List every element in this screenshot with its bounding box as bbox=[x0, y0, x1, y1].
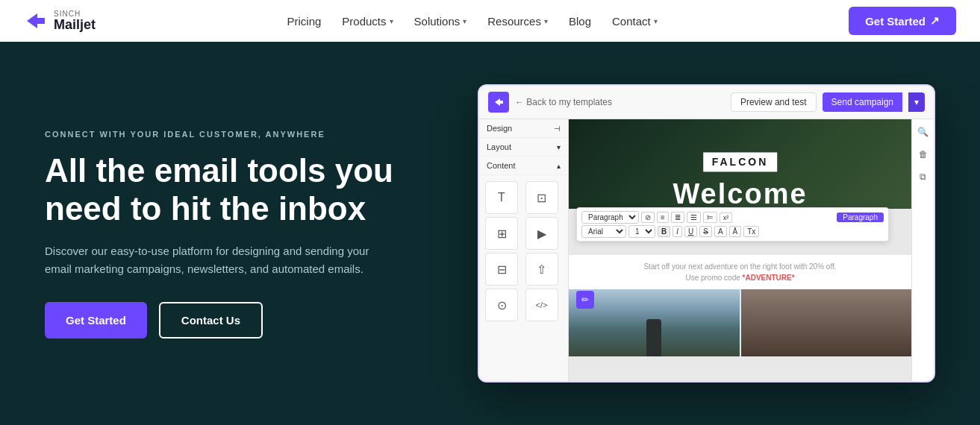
html-tool[interactable]: </> bbox=[525, 289, 558, 321]
welcome-heading-text: Welcome bbox=[672, 178, 807, 209]
canvas-right-toolbar: 🔍 🗑 ⧉ bbox=[911, 119, 934, 381]
solutions-chevron-icon: ▾ bbox=[463, 17, 466, 25]
email-promo-text: Start off your next adventure on the rig… bbox=[576, 261, 904, 283]
clear-format-button[interactable]: Tx bbox=[743, 226, 759, 237]
formatting-toolbar: Paragraph ⊘ ≡ ≣ ☰ ⊨ x² Paragraph Arial bbox=[576, 207, 889, 242]
mailjet-label: Mailjet bbox=[54, 18, 96, 31]
zoom-in-tool[interactable]: 🔍 bbox=[915, 124, 931, 140]
editor-body: Design ⊣ Layout ▾ Content ▴ T ⊡ ⊞ ▶ ⊟ bbox=[479, 119, 934, 381]
hero-heading: All the email tools you need to hit the … bbox=[45, 152, 433, 227]
bold-button[interactable]: B bbox=[658, 226, 670, 237]
toolbar-row-bottom: Arial 14 B I U S A Ā Tx bbox=[581, 225, 884, 238]
back-to-templates-link[interactable]: ← Back to my templates bbox=[515, 97, 612, 107]
button-tool[interactable]: ⊙ bbox=[485, 289, 518, 321]
video-tool[interactable]: ▶ bbox=[525, 217, 558, 250]
falcon-logo-box: FALCON bbox=[703, 152, 778, 171]
email-bottom-images bbox=[569, 289, 911, 356]
panel-design-section[interactable]: Design ⊣ bbox=[479, 119, 568, 138]
italic-button[interactable]: I bbox=[672, 226, 682, 237]
contact-chevron-icon: ▾ bbox=[654, 17, 658, 25]
products-chevron-icon: ▾ bbox=[390, 17, 393, 25]
ol-icon[interactable]: ≡ bbox=[657, 212, 669, 223]
design-expand-icon: ⊣ bbox=[554, 125, 561, 133]
link-icon[interactable]: ⊘ bbox=[641, 212, 655, 223]
toolbar-row-top: Paragraph ⊘ ≡ ≣ ☰ ⊨ x² Paragraph bbox=[581, 211, 884, 224]
align-left-icon[interactable]: ☰ bbox=[687, 212, 701, 223]
hero-section: CONNECT WITH YOUR IDEAL CUSTOMER, ANYWHE… bbox=[0, 42, 980, 425]
navbar: SINCH Mailjet Pricing Products ▾ Solutio… bbox=[0, 0, 980, 42]
layout-chevron-icon: ▾ bbox=[557, 143, 561, 151]
boots-image bbox=[741, 289, 912, 356]
click-tool[interactable]: ⊡ bbox=[525, 181, 558, 214]
social-tool[interactable]: ⇧ bbox=[525, 253, 558, 286]
navbar-get-started-button[interactable]: Get Started ↗ bbox=[849, 7, 956, 35]
panel-layout-section[interactable]: Layout ▾ bbox=[479, 138, 568, 157]
editor-topbar-right: Preview and test Send campaign ▾ bbox=[731, 92, 925, 112]
boots-image-block bbox=[741, 289, 912, 356]
paragraph-badge: Paragraph bbox=[837, 212, 884, 222]
nav-resources[interactable]: Resources ▾ bbox=[487, 15, 548, 28]
strikethrough-button[interactable]: S bbox=[699, 226, 712, 237]
divider-tool[interactable]: ⊟ bbox=[485, 253, 518, 286]
paragraph-style-select[interactable]: Paragraph bbox=[581, 211, 639, 224]
falcon-brand-text: FALCON bbox=[712, 156, 769, 168]
editor-canvas: FALCON Welcome Paragraph ⊘ ≡ ≣ ☰ ⊨ bbox=[569, 119, 911, 381]
hero-text-block: CONNECT WITH YOUR IDEAL CUSTOMER, ANYWHE… bbox=[45, 128, 433, 339]
hiker-image bbox=[569, 289, 740, 356]
delete-tool[interactable]: 🗑 bbox=[915, 146, 931, 163]
nav-products[interactable]: Products ▾ bbox=[342, 15, 393, 28]
text-tool[interactable]: T bbox=[485, 181, 518, 214]
svg-marker-2 bbox=[495, 98, 503, 106]
promo-code-text: *ADVENTURE* bbox=[743, 274, 795, 282]
editor-left-panel: Design ⊣ Layout ▾ Content ▴ T ⊡ ⊞ ▶ ⊟ bbox=[479, 119, 569, 381]
hero-contact-us-button[interactable]: Contact Us bbox=[159, 302, 263, 339]
email-text-block: Start off your next adventure on the rig… bbox=[569, 255, 911, 289]
panel-content-section[interactable]: Content ▴ bbox=[479, 157, 568, 175]
mailjet-logo-icon bbox=[24, 9, 48, 33]
underline-button[interactable]: U bbox=[684, 226, 697, 237]
send-campaign-dropdown-button[interactable]: ▾ bbox=[908, 92, 925, 112]
editor-mockup: ← Back to my templates Preview and test … bbox=[478, 84, 935, 382]
edit-content-button[interactable]: ✏ bbox=[576, 291, 594, 309]
hero-buttons-group: Get Started Contact Us bbox=[45, 302, 433, 339]
font-color-button[interactable]: A bbox=[714, 226, 727, 237]
highlight-button[interactable]: Ā bbox=[729, 226, 742, 237]
hero-subtext: Discover our easy-to-use platform for de… bbox=[45, 242, 388, 278]
font-size-select[interactable]: 14 bbox=[628, 225, 655, 238]
editor-logo-icon bbox=[488, 92, 509, 113]
copy-tool[interactable]: ⧉ bbox=[915, 169, 931, 185]
ul-icon[interactable]: ≣ bbox=[671, 212, 684, 223]
external-link-icon: ↗ bbox=[930, 14, 940, 28]
content-chevron-icon: ▴ bbox=[557, 162, 561, 170]
nav-solutions[interactable]: Solutions ▾ bbox=[414, 15, 467, 28]
brand-name-group: SINCH Mailjet bbox=[54, 10, 96, 31]
nav-contact[interactable]: Contact ▾ bbox=[612, 15, 658, 28]
nav-links-group: Pricing Products ▾ Solutions ▾ Resources… bbox=[287, 15, 657, 28]
indent-icon[interactable]: ⊨ bbox=[703, 212, 717, 223]
hero-get-started-button[interactable]: Get Started bbox=[45, 302, 147, 339]
resources-chevron-icon: ▾ bbox=[544, 17, 548, 25]
nav-blog[interactable]: Blog bbox=[569, 15, 591, 28]
image-tool[interactable]: ⊞ bbox=[485, 217, 518, 250]
send-campaign-button[interactable]: Send campaign bbox=[823, 92, 902, 112]
brand-logo[interactable]: SINCH Mailjet bbox=[24, 9, 96, 33]
panel-tools-grid: T ⊡ ⊞ ▶ ⊟ ⇧ ⊙ </> bbox=[479, 175, 568, 327]
font-family-select[interactable]: Arial bbox=[581, 225, 626, 238]
nav-pricing[interactable]: Pricing bbox=[287, 15, 321, 28]
superscript-icon[interactable]: x² bbox=[720, 212, 733, 223]
hiker-silhouette-shape bbox=[646, 319, 661, 356]
hero-eyebrow: CONNECT WITH YOUR IDEAL CUSTOMER, ANYWHE… bbox=[45, 128, 433, 141]
hiker-image-block bbox=[569, 289, 740, 356]
editor-topbar-left: ← Back to my templates bbox=[488, 92, 612, 113]
preview-test-button[interactable]: Preview and test bbox=[731, 92, 817, 112]
email-header-image: FALCON Welcome bbox=[569, 119, 911, 209]
editor-topbar: ← Back to my templates Preview and test … bbox=[479, 86, 934, 119]
